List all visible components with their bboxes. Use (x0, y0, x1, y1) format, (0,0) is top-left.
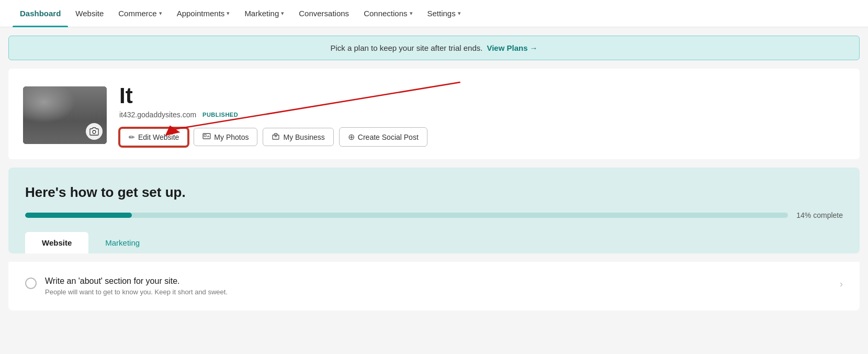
nav-item-marketing[interactable]: Marketing ▾ (237, 0, 291, 27)
nav-label-conversations: Conversations (299, 9, 349, 18)
nav-item-dashboard[interactable]: Dashboard (13, 0, 68, 27)
svg-rect-10 (41, 112, 62, 125)
nav-label-connections: Connections (364, 9, 407, 18)
chevron-down-icon: ▾ (227, 10, 230, 17)
chevron-down-icon: ▾ (159, 10, 162, 17)
task-left: Write an 'about' section for your site. … (25, 276, 228, 296)
camera-svg (89, 127, 99, 136)
setup-section: Here's how to get set up. 14% complete W… (8, 168, 860, 253)
edit-website-label: Edit Website (138, 133, 179, 141)
setup-title: Here's how to get set up. (25, 184, 843, 201)
trial-banner: Pick a plan to keep your site after tria… (8, 36, 860, 60)
svg-rect-3 (23, 86, 107, 115)
task-text: Write an 'about' section for your site. … (45, 276, 228, 296)
nav-item-commerce[interactable]: Commerce ▾ (111, 0, 169, 27)
task-row: Write an 'about' section for your site. … (25, 276, 843, 296)
profile-info: It it432.godaddysites.com PUBLISHED ✏ Ed… (119, 83, 845, 147)
tab-website-label: Website (42, 238, 72, 247)
task-radio[interactable] (25, 278, 37, 289)
site-title: It (119, 83, 845, 108)
nav-label-appointments: Appointments (177, 9, 225, 18)
nav-bar: Dashboard Website Commerce ▾ Appointment… (0, 0, 868, 27)
setup-tabs: Website Marketing (25, 232, 843, 253)
tab-website[interactable]: Website (25, 232, 88, 253)
site-url-row: it432.godaddysites.com PUBLISHED (119, 110, 845, 119)
progress-bar-bg (25, 213, 788, 218)
add-circle-icon: ⊕ (348, 132, 355, 142)
profile-image (23, 86, 107, 144)
photos-icon (202, 132, 211, 141)
arrow-icon: → (530, 43, 538, 52)
chevron-down-icon: ▾ (410, 10, 413, 17)
my-business-label: My Business (283, 133, 324, 141)
nav-item-connections[interactable]: Connections ▾ (356, 0, 420, 27)
progress-row: 14% complete (25, 211, 843, 219)
camera-icon[interactable] (86, 123, 103, 140)
progress-bar-fill (25, 213, 132, 218)
view-plans-label: View Plans (487, 43, 527, 52)
nav-item-appointments[interactable]: Appointments ▾ (170, 0, 238, 27)
nav-item-settings[interactable]: Settings ▾ (420, 0, 468, 27)
published-badge: PUBLISHED (202, 112, 238, 118)
action-buttons: ✏ Edit Website My Photos My Business ⊕ C… (119, 127, 845, 147)
svg-point-9 (44, 93, 60, 112)
create-social-post-button[interactable]: ⊕ Create Social Post (339, 127, 427, 147)
task-section: Write an 'about' section for your site. … (8, 262, 860, 311)
tab-marketing[interactable]: Marketing (88, 232, 156, 253)
profile-section: It it432.godaddysites.com PUBLISHED ✏ Ed… (8, 69, 860, 159)
nav-label-commerce: Commerce (118, 9, 156, 18)
task-description: People will want to get to know you. Kee… (45, 288, 228, 296)
nav-label-marketing: Marketing (244, 9, 279, 18)
chevron-down-icon: ▾ (281, 10, 284, 17)
svg-rect-14 (204, 135, 206, 137)
my-photos-label: My Photos (214, 133, 249, 141)
task-expand-icon[interactable]: › (840, 279, 843, 290)
my-business-button[interactable]: My Business (263, 128, 333, 146)
nav-label-dashboard: Dashboard (20, 9, 61, 18)
site-url: it432.godaddysites.com (119, 110, 196, 119)
nav-item-website[interactable]: Website (68, 0, 111, 27)
svg-rect-6 (33, 115, 65, 131)
edit-website-button[interactable]: ✏ Edit Website (119, 128, 188, 147)
nav-label-website: Website (75, 9, 104, 18)
svg-point-5 (39, 92, 60, 118)
tab-marketing-label: Marketing (105, 238, 140, 247)
edit-icon: ✏ (129, 133, 135, 141)
business-icon (272, 132, 280, 141)
chevron-down-icon: ▾ (458, 10, 461, 17)
my-photos-button[interactable]: My Photos (194, 128, 257, 146)
nav-label-settings: Settings (427, 9, 456, 18)
svg-rect-16 (275, 136, 277, 137)
progress-percent: 14% complete (796, 211, 843, 219)
banner-text: Pick a plan to keep your site after tria… (330, 43, 482, 52)
view-plans-link[interactable]: View Plans → (487, 43, 537, 52)
svg-rect-11 (81, 117, 87, 124)
nav-item-conversations[interactable]: Conversations (291, 0, 356, 27)
task-title: Write an 'about' section for your site. (45, 276, 228, 286)
create-social-label: Create Social Post (358, 133, 419, 141)
